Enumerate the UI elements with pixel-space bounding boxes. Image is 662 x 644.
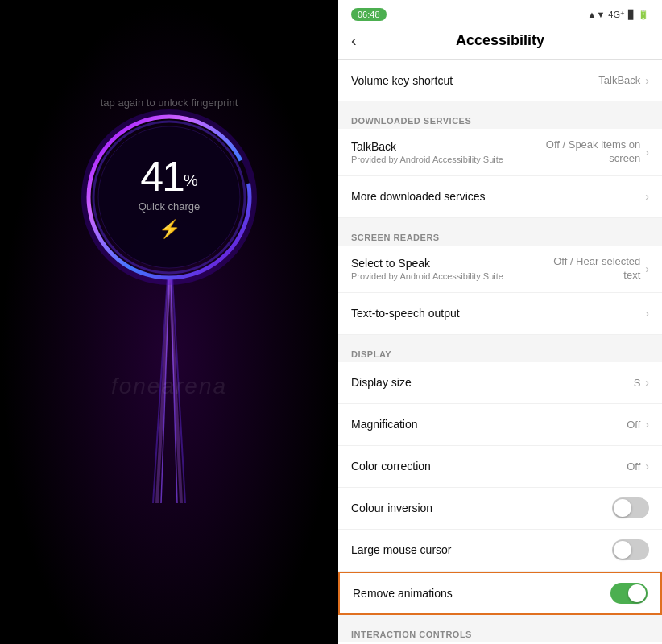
item-title: Colour inversion bbox=[351, 502, 612, 514]
item-value: Off / Speak items on screen bbox=[544, 138, 640, 166]
status-icons: ▲▼ 4G⁺ ▊ 🔋 bbox=[588, 10, 649, 20]
item-right: S › bbox=[634, 376, 649, 389]
settings-panel: 06:48 ▲▼ 4G⁺ ▊ 🔋 ‹ Accessibility Volume … bbox=[338, 0, 662, 644]
item-right bbox=[612, 497, 649, 518]
chevron-icon: › bbox=[645, 376, 649, 389]
network-type: 4G⁺ bbox=[608, 10, 625, 20]
item-right: TalkBack › bbox=[598, 74, 649, 87]
chevron-icon: › bbox=[645, 460, 649, 473]
item-title: TalkBack bbox=[351, 140, 544, 153]
item-value: Off bbox=[627, 419, 640, 431]
settings-list: Volume key shortcut TalkBack › DOWNLOADE… bbox=[338, 60, 662, 644]
item-title: Display size bbox=[351, 376, 634, 389]
item-right: Off / Speak items on screen › bbox=[544, 138, 649, 166]
display-card: Display size S › Magnification Off › Col bbox=[338, 362, 662, 615]
screen-readers-card: Select to Speak Provided by Android Acce… bbox=[338, 246, 662, 335]
talkback-item[interactable]: TalkBack Provided by Android Accessibili… bbox=[338, 129, 662, 176]
status-time: 06:48 bbox=[351, 8, 387, 21]
display-size-item[interactable]: Display size S › bbox=[338, 362, 662, 404]
section-interaction: INTERACTION CONTROLS bbox=[338, 621, 662, 642]
item-right: Off › bbox=[627, 460, 649, 473]
item-right: › bbox=[645, 190, 649, 203]
item-title: Text-to-speech output bbox=[351, 307, 645, 320]
chevron-icon: › bbox=[645, 418, 649, 431]
item-right bbox=[610, 583, 648, 604]
item-value: S bbox=[634, 377, 641, 389]
volume-key-shortcut-item[interactable]: Volume key shortcut TalkBack › bbox=[338, 60, 662, 101]
battery-icon: 🔋 bbox=[638, 10, 649, 20]
item-value: TalkBack bbox=[598, 74, 640, 86]
item-subtitle: Provided by Android Accessibility Suite bbox=[351, 155, 544, 164]
remove-animations-item[interactable]: Remove animations bbox=[338, 572, 662, 615]
fingerprint-hint: tap again to unlock fingerprint bbox=[89, 97, 250, 109]
section-display: DISPLAY bbox=[338, 341, 662, 362]
remove-animations-toggle[interactable] bbox=[610, 583, 648, 604]
volume-shortcut-card: Volume key shortcut TalkBack › bbox=[338, 60, 662, 101]
item-title: Magnification bbox=[351, 418, 627, 431]
downloaded-card: TalkBack Provided by Android Accessibili… bbox=[338, 129, 662, 218]
top-nav: ‹ Accessibility bbox=[338, 26, 662, 60]
item-content: Select to Speak Provided by Android Acce… bbox=[351, 257, 544, 281]
item-title: Large mouse cursor bbox=[351, 543, 612, 556]
item-content: TalkBack Provided by Android Accessibili… bbox=[351, 140, 544, 164]
text-to-speech-item[interactable]: Text-to-speech output › bbox=[338, 293, 662, 335]
more-downloaded-item[interactable]: More downloaded services › bbox=[338, 176, 662, 218]
item-title: Color correction bbox=[351, 460, 627, 473]
large-mouse-cursor-item[interactable]: Large mouse cursor bbox=[338, 530, 662, 572]
percent-sign: % bbox=[184, 171, 198, 188]
charging-ring: 41% Quick charge ⚡ bbox=[81, 109, 258, 286]
item-content: Text-to-speech output bbox=[351, 307, 645, 320]
item-value: Off bbox=[627, 460, 640, 473]
section-gap bbox=[338, 218, 662, 225]
page-title: Accessibility bbox=[456, 32, 544, 49]
item-right bbox=[612, 539, 649, 560]
item-title: Volume key shortcut bbox=[351, 74, 598, 87]
section-gap bbox=[338, 615, 662, 621]
status-bar: 06:48 ▲▼ 4G⁺ ▊ 🔋 bbox=[338, 0, 662, 26]
item-subtitle: Provided by Android Accessibility Suite bbox=[351, 271, 544, 281]
item-title: More downloaded services bbox=[351, 190, 645, 203]
item-content: Large mouse cursor bbox=[351, 543, 612, 556]
section-screen-readers: SCREEN READERS bbox=[338, 225, 662, 246]
chevron-icon: › bbox=[645, 74, 649, 87]
quick-charge-label: Quick charge bbox=[139, 200, 201, 213]
percent-display: 41% bbox=[139, 155, 201, 197]
battery-percent: 41 bbox=[140, 153, 184, 200]
colour-inversion-toggle[interactable] bbox=[612, 497, 649, 518]
item-content: Magnification bbox=[351, 418, 627, 431]
back-button[interactable]: ‹ bbox=[351, 31, 357, 50]
cable-svg bbox=[137, 278, 201, 503]
item-value: Off / Hear selected text bbox=[544, 255, 640, 283]
item-content: Display size bbox=[351, 376, 634, 389]
svg-line-8 bbox=[157, 278, 169, 503]
color-correction-item[interactable]: Color correction Off › bbox=[338, 446, 662, 488]
section-gap bbox=[338, 101, 662, 108]
item-title: Remove animations bbox=[353, 587, 610, 600]
wifi-icon: ▊ bbox=[628, 10, 635, 20]
colour-inversion-item[interactable]: Colour inversion bbox=[338, 488, 662, 530]
signal-icon: ▲▼ bbox=[588, 10, 606, 19]
section-downloaded: DOWNLOADED SERVICES bbox=[338, 108, 662, 129]
item-right: Off / Hear selected text › bbox=[544, 255, 649, 283]
item-content: Remove animations bbox=[353, 587, 610, 600]
item-right: Off › bbox=[627, 418, 649, 431]
chevron-icon: › bbox=[645, 190, 649, 203]
chevron-icon: › bbox=[645, 146, 649, 159]
large-mouse-toggle[interactable] bbox=[612, 539, 649, 560]
magnification-item[interactable]: Magnification Off › bbox=[338, 404, 662, 446]
select-to-speak-item[interactable]: Select to Speak Provided by Android Acce… bbox=[338, 246, 662, 293]
item-content: Colour inversion bbox=[351, 502, 612, 514]
charging-screen: tap again to unlock fingerprint bbox=[0, 0, 338, 644]
item-content: More downloaded services bbox=[351, 190, 645, 203]
item-content: Color correction bbox=[351, 460, 627, 473]
lightning-icon: ⚡ bbox=[139, 219, 201, 240]
item-right: › bbox=[645, 307, 649, 320]
chevron-icon: › bbox=[645, 262, 649, 275]
item-title: Select to Speak bbox=[351, 257, 544, 270]
item-content: Volume key shortcut bbox=[351, 74, 598, 87]
chevron-icon: › bbox=[645, 307, 649, 320]
charging-text: 41% Quick charge ⚡ bbox=[139, 155, 201, 240]
section-gap bbox=[338, 335, 662, 341]
